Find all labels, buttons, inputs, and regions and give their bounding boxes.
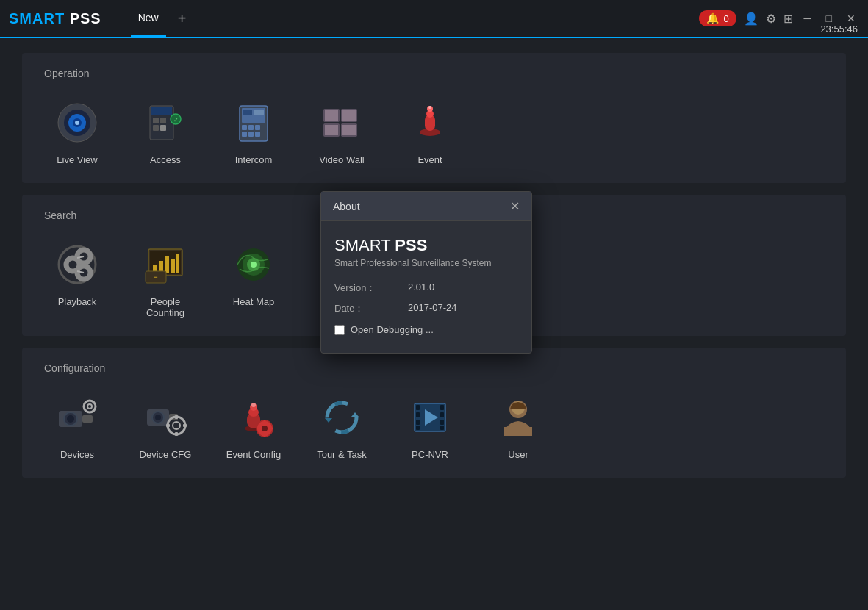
about-tagline: Smart Professional Surveillance System [334, 258, 518, 268]
about-version-value: 2.01.0 [408, 281, 434, 295]
about-date-row: Date： 2017-07-24 [334, 302, 518, 315]
debug-checkbox[interactable] [334, 325, 345, 335]
about-version-row: Version： 2.01.0 [334, 281, 518, 295]
debug-label: Open Debugging ... [351, 324, 434, 335]
about-overlay: About ✕ SMART PSS Smart Professional Sur… [0, 0, 868, 610]
about-close-button[interactable]: ✕ [510, 199, 520, 213]
about-dialog: About ✕ SMART PSS Smart Professional Sur… [320, 191, 532, 354]
about-dialog-body: SMART PSS Smart Professional Surveillanc… [321, 221, 531, 353]
about-debug-row: Open Debugging ... [334, 324, 518, 335]
about-date-value: 2017-07-24 [408, 302, 457, 315]
about-dialog-header: About ✕ [321, 192, 531, 221]
about-date-label: Date： [334, 302, 408, 315]
about-version-label: Version： [334, 281, 408, 295]
about-app-name: SMART PSS [334, 236, 518, 255]
about-title: About [333, 201, 360, 212]
